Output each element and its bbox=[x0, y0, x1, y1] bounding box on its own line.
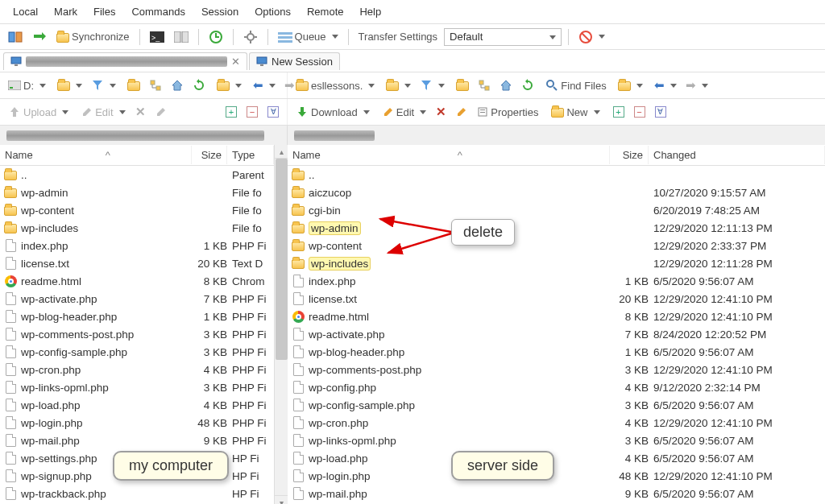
table-row[interactable]: readme.html8 KB12/29/2020 12:41:10 PM bbox=[288, 308, 825, 325]
back-icon[interactable]: ⬅ bbox=[250, 76, 279, 94]
menu-local[interactable]: Local bbox=[5, 2, 46, 21]
table-row[interactable]: cgi-bin6/20/2019 7:48:25 AM bbox=[288, 201, 825, 219]
tree-icon[interactable] bbox=[146, 77, 165, 93]
table-row[interactable]: wp-load.php4 KBPHP Fi bbox=[0, 396, 274, 414]
table-row[interactable]: wp-activate.php7 KBPHP Fi bbox=[0, 290, 274, 308]
home-icon[interactable] bbox=[496, 77, 516, 93]
table-row[interactable]: wp-activate.php7 KB8/24/2020 12:20:52 PM bbox=[288, 325, 825, 343]
hdr-type[interactable]: Type bbox=[227, 146, 274, 164]
table-row[interactable]: wp-config-sample.php3 KB6/5/2020 9:56:07… bbox=[288, 396, 825, 414]
table-row[interactable]: wp-config-sample.php3 KBPHP Fi bbox=[0, 343, 274, 361]
bookmark-icon[interactable] bbox=[124, 79, 143, 92]
gear-icon[interactable] bbox=[240, 28, 261, 46]
terminal-icon[interactable]: >_ bbox=[147, 30, 168, 44]
drive-selector[interactable]: D: bbox=[5, 78, 49, 93]
tree-icon[interactable] bbox=[475, 77, 494, 93]
new-button[interactable]: New bbox=[548, 105, 603, 120]
table-row[interactable]: wp-mail.php9 KB6/5/2020 9:56:07 AM bbox=[288, 485, 825, 502]
table-row[interactable]: index.php1 KB6/5/2020 9:56:07 AM bbox=[288, 272, 825, 290]
properties-button[interactable]: Properties bbox=[474, 105, 541, 120]
table-row[interactable]: readme.html8 KBChrom bbox=[0, 272, 274, 290]
session-tab-active[interactable]: ✕ bbox=[3, 52, 247, 70]
edit-props-icon[interactable] bbox=[152, 105, 170, 119]
filter-icon[interactable] bbox=[417, 77, 448, 93]
table-row[interactable]: wp-config.php4 KB9/12/2020 2:32:14 PM bbox=[288, 378, 825, 396]
table-row[interactable]: wp-includesFile fo bbox=[0, 219, 274, 237]
find-files-button[interactable]: Find Files bbox=[542, 77, 609, 93]
open-folder-icon[interactable] bbox=[54, 79, 85, 92]
table-row[interactable]: wp-blog-header.php1 KBPHP Fi bbox=[0, 308, 274, 325]
hdr-name[interactable]: Name^ bbox=[288, 146, 610, 164]
menu-options[interactable]: Options bbox=[247, 2, 299, 21]
download-button[interactable]: Download bbox=[292, 104, 373, 120]
back-icon[interactable]: ⬅ bbox=[651, 76, 680, 94]
table-row[interactable]: wp-login.php48 KBPHP Fi bbox=[0, 414, 274, 432]
hdr-changed[interactable]: Changed bbox=[649, 146, 825, 164]
minus-button[interactable]: − bbox=[631, 105, 649, 119]
folder-search-icon[interactable] bbox=[615, 79, 646, 92]
table-row[interactable]: wp-blog-header.php1 KB6/5/2020 9:56:07 A… bbox=[288, 343, 825, 361]
select-all-button[interactable]: ∀ bbox=[264, 105, 282, 119]
scroll-down-icon[interactable]: ▾ bbox=[275, 495, 288, 504]
disconnect-icon[interactable] bbox=[575, 28, 608, 46]
sync-button[interactable]: Synchronize bbox=[53, 29, 133, 44]
rename-icon[interactable] bbox=[453, 105, 471, 119]
menu-help[interactable]: Help bbox=[351, 2, 389, 21]
home-icon[interactable] bbox=[168, 77, 187, 93]
delete-icon[interactable]: ✕ bbox=[132, 103, 149, 121]
table-row[interactable]: wp-mail.php9 KBPHP Fi bbox=[0, 432, 274, 449]
table-row[interactable]: wp-comments-post.php3 KBPHP Fi bbox=[0, 325, 274, 343]
remote-file-list[interactable]: ..aiczucop10/27/2020 9:15:57 AMcgi-bin6/… bbox=[288, 166, 825, 502]
edit-button[interactable]: Edit bbox=[78, 105, 128, 120]
hdr-size[interactable]: Size bbox=[610, 146, 649, 164]
edit-button[interactable]: Edit bbox=[379, 105, 429, 120]
table-row[interactable]: license.txt20 KB12/29/2020 12:41:10 PM bbox=[288, 290, 825, 308]
refresh-icon[interactable] bbox=[189, 77, 209, 93]
table-row[interactable]: wp-load.php4 KB6/5/2020 9:56:07 AM bbox=[288, 449, 825, 467]
transfer-settings-select[interactable]: Default bbox=[444, 28, 562, 46]
table-row[interactable]: wp-adminFile fo bbox=[0, 184, 274, 201]
table-row[interactable]: wp-links-opml.php3 KB6/5/2020 9:56:07 AM bbox=[288, 432, 825, 449]
sync-browse-icon[interactable] bbox=[205, 28, 226, 46]
refresh-icon[interactable] bbox=[518, 77, 537, 93]
table-row[interactable]: aiczucop10/27/2020 9:15:57 AM bbox=[288, 184, 825, 201]
remote-dir-selector[interactable]: esllessons. bbox=[292, 78, 378, 93]
table-row[interactable]: wp-includes12/29/2020 12:11:28 PM bbox=[288, 254, 825, 272]
table-row[interactable]: ..Parent bbox=[0, 166, 274, 184]
table-row[interactable]: license.txt20 KBText D bbox=[0, 254, 274, 272]
queue-button[interactable]: Queue bbox=[275, 29, 342, 44]
hdr-name[interactable]: Name^ bbox=[0, 146, 192, 164]
forward-icon[interactable]: ➡ bbox=[682, 76, 711, 94]
sync-arrows-icon[interactable] bbox=[29, 28, 50, 46]
compare-icon[interactable] bbox=[5, 28, 26, 46]
menu-files[interactable]: Files bbox=[85, 2, 123, 21]
bookmark-icon[interactable] bbox=[453, 79, 472, 92]
local-scrollbar[interactable]: ▴ ▾ bbox=[274, 145, 288, 504]
open-folder-icon[interactable] bbox=[383, 79, 414, 92]
menu-mark[interactable]: Mark bbox=[46, 2, 85, 21]
table-row[interactable]: wp-comments-post.php3 KB12/29/2020 12:41… bbox=[288, 361, 825, 378]
menu-session[interactable]: Session bbox=[193, 2, 247, 21]
table-row[interactable]: wp-trackback.phpHP Fi bbox=[0, 485, 274, 502]
table-row[interactable]: .. bbox=[288, 166, 825, 184]
table-row[interactable]: wp-admin12/29/2020 12:11:13 PM bbox=[288, 219, 825, 237]
plus-button[interactable]: + bbox=[222, 105, 240, 119]
table-row[interactable]: wp-login.php48 KB12/29/2020 12:41:10 PM bbox=[288, 467, 825, 485]
folder-search-icon[interactable] bbox=[214, 79, 245, 92]
table-row[interactable]: wp-cron.php4 KB12/29/2020 12:41:10 PM bbox=[288, 414, 825, 432]
menu-remote[interactable]: Remote bbox=[299, 2, 352, 21]
delete-icon[interactable]: ✕ bbox=[433, 103, 450, 121]
upload-button[interactable]: Upload bbox=[5, 104, 72, 120]
new-session-tab[interactable]: New Session bbox=[249, 52, 340, 70]
close-tab-icon[interactable]: ✕ bbox=[231, 56, 240, 68]
table-row[interactable]: wp-content12/29/2020 2:33:37 PM bbox=[288, 237, 825, 254]
scroll-thumb[interactable] bbox=[276, 159, 288, 360]
table-row[interactable]: index.php1 KBPHP Fi bbox=[0, 237, 274, 254]
table-row[interactable]: wp-links-opml.php3 KBPHP Fi bbox=[0, 378, 274, 396]
filter-icon[interactable] bbox=[88, 77, 119, 93]
table-row[interactable]: wp-contentFile fo bbox=[0, 201, 274, 219]
hdr-size[interactable]: Size bbox=[192, 146, 227, 164]
dual-panel-icon[interactable] bbox=[171, 30, 192, 44]
menu-commands[interactable]: Commands bbox=[123, 2, 193, 21]
plus-button[interactable]: + bbox=[610, 105, 628, 119]
